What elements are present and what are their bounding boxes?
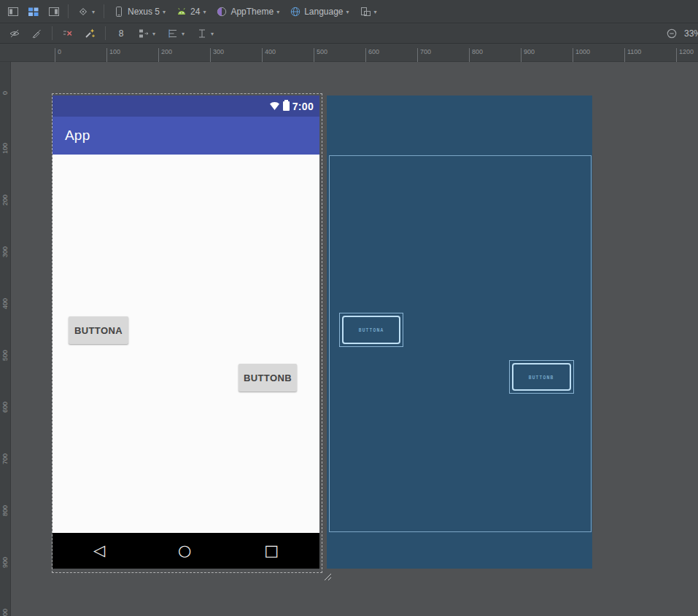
theme-label: AppTheme <box>230 7 274 17</box>
layout-editor: ▾ Nexus 5 ▾ 24 ▾ AppTheme ▾ <box>0 0 698 616</box>
wifi-icon <box>269 101 280 111</box>
zoom-out-button[interactable] <box>662 25 681 42</box>
home-icon: ○ <box>178 533 191 569</box>
back-icon: ◁ <box>93 533 105 569</box>
language-label: Language <box>304 7 343 17</box>
show-blueprint-button[interactable] <box>24 3 43 20</box>
ruler-label: 0 <box>55 48 61 62</box>
theme-selector[interactable]: AppTheme ▾ <box>212 3 284 20</box>
toolbar-separator <box>104 4 104 18</box>
ruler-label: 400 <box>262 48 276 62</box>
blueprint-button-b-label: BUTTONB <box>529 375 554 380</box>
recents-icon: □ <box>264 533 279 569</box>
device-label: Nexus 5 <box>128 7 160 17</box>
android-action-bar: App <box>53 117 319 155</box>
show-both-button[interactable] <box>44 3 63 20</box>
view-options-button[interactable] <box>5 25 24 42</box>
clear-constraints-icon <box>62 28 74 39</box>
blueprint-button-a[interactable]: BUTTONA <box>339 313 403 347</box>
phone-icon <box>113 6 125 17</box>
zoom-out-icon <box>666 28 678 39</box>
blueprint-button-b-outline: BUTTONB <box>512 363 571 391</box>
ruler-label: 900 <box>1 557 9 568</box>
ruler-label: 400 <box>1 298 9 309</box>
blueprint-button-a-outline: BUTTONA <box>342 316 400 344</box>
status-bar-clock: 7:00 <box>292 101 314 112</box>
battery-icon <box>283 101 290 111</box>
blueprint-button-b[interactable]: BUTTONB <box>509 360 574 394</box>
constraint-toolbar: 8 ▾ ▾ ▾ <box>0 23 698 44</box>
zoom-controls: 33% <box>662 23 698 44</box>
render-config-button[interactable]: ▾ <box>73 3 99 20</box>
ruler-label: 300 <box>210 48 224 62</box>
ruler-label: 700 <box>1 453 9 464</box>
ruler-label: 200 <box>1 195 9 206</box>
orientation-selector[interactable]: ▾ <box>355 3 381 20</box>
guidelines-button[interactable]: ▾ <box>192 25 218 42</box>
chevron-down-icon: ▾ <box>346 8 349 15</box>
ruler-label: 300 <box>1 246 9 257</box>
theme-icon <box>216 6 228 17</box>
default-margin-value: 8 <box>115 28 128 39</box>
language-selector[interactable]: Language ▾ <box>285 3 353 20</box>
design-button-b[interactable]: BUTTONB <box>239 364 297 391</box>
globe-icon <box>290 6 301 17</box>
chevron-down-icon: ▾ <box>152 30 155 37</box>
blueprint-button-a-label: BUTTONA <box>359 327 384 332</box>
ruler-label: 0 <box>1 91 9 95</box>
autoconnect-toggle-button[interactable] <box>27 25 46 42</box>
clear-constraints-button[interactable] <box>58 25 77 42</box>
horizontal-ruler: 0 100 200 300 400 500 600 700 800 900 10… <box>0 44 698 62</box>
align-icon <box>167 28 179 39</box>
ruler-label: 900 <box>521 48 535 62</box>
guideline-icon <box>196 28 208 39</box>
ruler-label: 200 <box>158 48 172 62</box>
chevron-down-icon: ▾ <box>374 8 377 15</box>
device-resize-handle[interactable] <box>322 571 332 581</box>
chevron-down-icon: ▾ <box>211 30 214 37</box>
ruler-label: 700 <box>417 48 431 62</box>
api-version-selector[interactable]: 24 ▾ <box>171 3 210 20</box>
split-view-icon <box>48 6 60 17</box>
app-title: App <box>65 128 90 144</box>
android-status-bar: 7:00 <box>53 95 319 117</box>
default-margin-button[interactable]: 8 <box>112 25 131 42</box>
ruler-label: 100 <box>106 48 120 62</box>
device-selector[interactable]: Nexus 5 ▾ <box>109 3 170 20</box>
toolbar-separator <box>68 4 69 18</box>
vertical-ruler: 0 100 200 300 400 500 600 700 800 900 10… <box>0 62 11 616</box>
design-surface-icon <box>7 6 19 17</box>
ruler-label: 500 <box>314 48 327 62</box>
ruler-label: 500 <box>1 350 9 361</box>
ruler-label: 1100 <box>624 48 641 62</box>
ruler-label: 100 <box>1 143 9 154</box>
infer-constraints-button[interactable] <box>80 25 99 42</box>
align-button[interactable]: ▾ <box>163 25 189 42</box>
design-toolbar: ▾ Nexus 5 ▾ 24 ▾ AppTheme ▾ <box>0 0 698 23</box>
design-button-a[interactable]: BUTTONA <box>69 316 128 344</box>
show-design-button[interactable] <box>4 3 23 20</box>
toolbar-separator <box>52 26 53 40</box>
eye-slash-icon <box>9 28 20 39</box>
chevron-down-icon: ▾ <box>276 8 279 15</box>
ruler-label: 600 <box>365 48 379 62</box>
magic-wand-icon <box>84 28 96 39</box>
ruler-label: 1200 <box>676 48 694 62</box>
ruler-label: 800 <box>1 505 9 516</box>
ruler-label: 800 <box>469 48 483 62</box>
api-label: 24 <box>190 7 200 17</box>
pencil-slash-icon <box>31 28 42 39</box>
chevron-down-icon: ▾ <box>203 8 206 15</box>
pack-icon <box>138 28 150 39</box>
ruler-label: 1000 <box>1 609 9 616</box>
chevron-down-icon: ▾ <box>163 8 166 15</box>
toolbar-separator <box>105 26 106 40</box>
zoom-level-value: 33% <box>684 28 698 39</box>
orientation-icon <box>360 6 371 17</box>
ruler-label: 600 <box>1 402 9 413</box>
chevron-down-icon: ▾ <box>92 8 95 15</box>
android-nav-bar: ◁ ○ □ <box>53 533 319 569</box>
blueprint-grid-icon <box>28 6 39 17</box>
pack-selection-button[interactable]: ▾ <box>133 25 160 42</box>
ruler-label: 1000 <box>573 48 590 62</box>
